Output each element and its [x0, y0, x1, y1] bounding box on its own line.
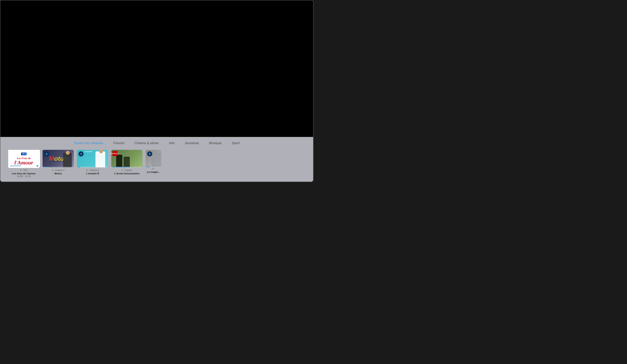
- progress-bar: [111, 167, 143, 167]
- presenter-silhouette: [63, 153, 72, 167]
- tab-musique[interactable]: Musique: [208, 140, 223, 146]
- progress-fill: [146, 167, 150, 167]
- bottom-panel: Toutes les chaines Favoris Cinéma & séri…: [0, 137, 313, 182]
- channel-item[interactable]: TF1 Les Feux de l'Amour 1 - TF1 Les feux…: [8, 150, 39, 178]
- tf1-logo: TF1: [21, 153, 27, 155]
- progress-bar: [146, 167, 161, 167]
- figures: [116, 155, 130, 167]
- channel-number-label: 5 -: [152, 167, 155, 170]
- presenter-head: [66, 151, 70, 155]
- channel-show-title: Les feux de l'amour: [12, 172, 36, 175]
- progress-bar: [43, 167, 74, 167]
- channel-number-label: 2 - France 2: [52, 169, 65, 172]
- progress-fill: [111, 167, 130, 167]
- nav-tabs: Toutes les chaines Favoris Cinéma & séri…: [8, 140, 305, 146]
- channel-show-title: L'école buissonnière: [114, 172, 140, 175]
- channel-show-time: 11:00 - 11:55: [17, 175, 31, 178]
- progress-bar: [10, 166, 38, 166]
- channel-thumbnail: 2 Motus: [43, 150, 74, 167]
- person-silhouette: [96, 151, 105, 167]
- tab-toutes-les-chaines[interactable]: Toutes les chaines: [72, 140, 105, 146]
- channel-show-title: Motus: [54, 172, 62, 175]
- channel-item[interactable]: 5 5 - La magie...: [146, 150, 161, 173]
- channel-show-title: La magie...: [147, 171, 160, 173]
- channel-item[interactable]: 2 Motus 2 - France 2 Motus: [43, 150, 74, 175]
- channel-number-label: 3 - France 3: [86, 169, 99, 172]
- video-player: [0, 0, 313, 137]
- channel-thumbnail: 5: [146, 150, 161, 167]
- channel-badge: 3: [78, 151, 84, 156]
- channel-show-title: L'instant R: [86, 172, 99, 175]
- tab-sport[interactable]: Sport: [230, 140, 241, 146]
- tf1-show-art: Les Feux de l'Amour: [14, 156, 33, 165]
- channel-badge: 2: [44, 151, 49, 156]
- progress-fill: [43, 167, 49, 167]
- channel-item[interactable]: 3 instant/R 3 - France 3 L'instant R: [77, 150, 108, 175]
- tab-jeunesse[interactable]: Jeunesse: [183, 140, 201, 146]
- progress-fill: [10, 166, 21, 166]
- progress-dot: [37, 165, 38, 167]
- progress-bar: [77, 167, 108, 167]
- instant-r-label: instant/R: [85, 151, 92, 153]
- channel-badge: 5: [147, 151, 152, 156]
- channel-thumbnail: TF1 Les Feux de l'Amour: [8, 150, 39, 167]
- channel-item[interactable]: CANAL+ 4 - Canal+ L'école buissonnière: [111, 150, 143, 175]
- channel-thumbnail: 3 instant/R: [77, 150, 108, 167]
- channel-thumbnail: CANAL+: [111, 150, 143, 167]
- app-container: Toutes les chaines Favoris Cinéma & séri…: [0, 0, 314, 182]
- tab-cinema-series[interactable]: Cinéma & séries: [133, 140, 160, 146]
- channels-row: TF1 Les Feux de l'Amour 1 - TF1 Les feux…: [8, 150, 305, 178]
- partial-figure: [152, 153, 161, 167]
- channel-number-label: 4 - Canal+: [121, 169, 132, 172]
- progress-fill: [77, 167, 80, 167]
- channel-number-label: 1 - TF1: [20, 169, 28, 172]
- tab-favoris[interactable]: Favoris: [112, 140, 126, 146]
- tab-info[interactable]: Info: [167, 140, 176, 146]
- channel-badge: CANAL+: [112, 151, 117, 156]
